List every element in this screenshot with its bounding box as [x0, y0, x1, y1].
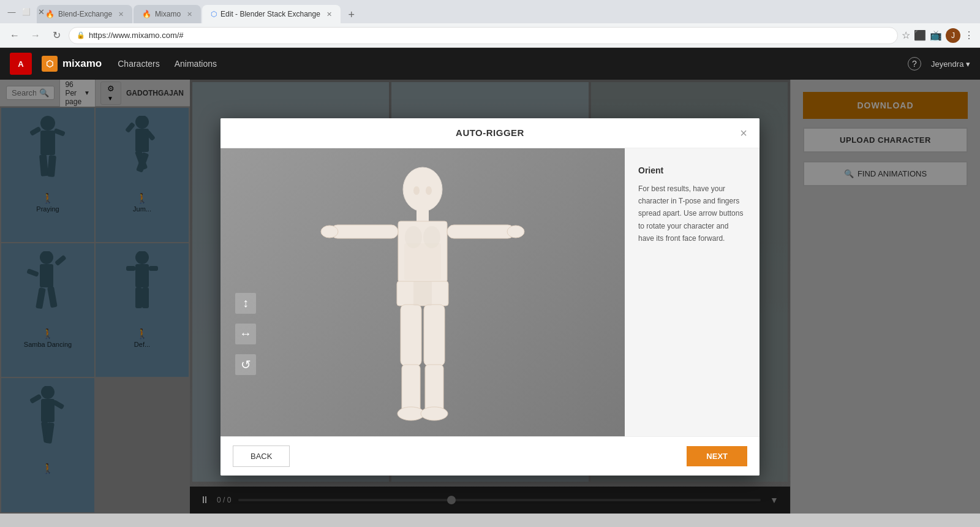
vertical-rotate-btn[interactable]: ↕	[235, 293, 256, 314]
extension-icon[interactable]: ⬛	[914, 29, 926, 41]
tab-close-icon[interactable]: ✕	[187, 10, 192, 18]
svg-rect-51	[424, 305, 445, 366]
cast-icon[interactable]: 📺	[930, 29, 942, 41]
new-tab-btn[interactable]: +	[343, 6, 360, 23]
tab-label: Mixamo	[155, 10, 181, 18]
lock-icon: 🔒	[77, 31, 85, 39]
svg-point-36	[403, 167, 442, 211]
back-btn[interactable]: BACK	[233, 445, 290, 467]
tab-blend-exchange[interactable]: 🔥 Blend-Exchange ✕	[37, 5, 132, 23]
adobe-logo: A	[10, 53, 32, 75]
tab-blender-stack[interactable]: ⬡ Edit - Blender Stack Exchange ✕	[202, 5, 341, 23]
svg-rect-48	[401, 305, 421, 366]
svg-point-38	[426, 186, 432, 195]
address-bar[interactable]: 🔒 https://www.mixamo.com/#	[69, 27, 898, 44]
orient-description: For best results, have your character in…	[638, 183, 746, 245]
svg-point-44	[321, 226, 338, 238]
svg-rect-49	[402, 365, 420, 414]
modal-body: ↕ ↔ ↺ Orient For best results, have your…	[221, 148, 760, 436]
tpose-character	[318, 164, 527, 421]
modal-3d-viewer: ↕ ↔ ↺	[221, 148, 625, 436]
tab-close-icon[interactable]: ✕	[326, 10, 332, 18]
tab-bar: — ⬜ ✕ 🔥 Blend-Exchange ✕ 🔥 Mixamo ✕ ⬡ Ed…	[0, 0, 980, 23]
modal-title: AUTO-RIGGER	[404, 127, 576, 138]
content-area: 🔍 96 Per page ▼ ⚙ ▼ GADOTHGAJAN	[0, 80, 980, 514]
svg-rect-55	[404, 243, 441, 280]
nav-animations[interactable]: Animations	[175, 59, 217, 69]
app-container: A ⬡ mixamo Characters Animations ? Jeyen…	[0, 48, 980, 514]
menu-icon[interactable]: ⋮	[964, 29, 974, 41]
svg-point-46	[507, 226, 524, 238]
tab-icon: ⬡	[211, 10, 217, 18]
modal-footer: BACK NEXT	[221, 436, 760, 476]
viewer-controls: ↕ ↔ ↺	[235, 293, 256, 375]
logo-hex-icon: ⬡	[42, 56, 58, 72]
minimize-btn[interactable]: —	[5, 5, 18, 18]
tab-icon: 🔥	[142, 10, 151, 18]
next-btn[interactable]: NEXT	[687, 446, 747, 466]
tab-close-icon[interactable]: ✕	[118, 10, 124, 18]
forward-nav-btn[interactable]: →	[27, 27, 44, 44]
svg-rect-54	[413, 281, 432, 306]
reload-nav-btn[interactable]: ↻	[48, 27, 65, 44]
tab-label: Edit - Blender Stack Exchange	[221, 10, 320, 18]
svg-rect-43	[331, 225, 398, 238]
svg-rect-52	[425, 365, 443, 414]
tab-mixamo[interactable]: 🔥 Mixamo ✕	[134, 5, 201, 23]
svg-point-37	[413, 186, 420, 195]
svg-rect-39	[417, 210, 429, 222]
header-user[interactable]: Jeyendra ▾	[931, 59, 970, 69]
close-btn[interactable]: ✕	[34, 5, 48, 18]
svg-point-50	[398, 407, 424, 420]
reset-btn[interactable]: ↺	[235, 354, 256, 375]
mixamo-header: A ⬡ mixamo Characters Animations ? Jeyen…	[0, 48, 980, 80]
tab-label: Blend-Exchange	[58, 10, 112, 18]
browser-address-bar-row: ← → ↻ 🔒 https://www.mixamo.com/# ☆ ⬛ 📺 J…	[0, 23, 980, 48]
logo-text: mixamo	[62, 58, 102, 70]
modal-sidebar: Orient For best results, have your chara…	[625, 148, 760, 436]
maximize-btn[interactable]: ⬜	[20, 5, 33, 18]
svg-point-53	[421, 407, 448, 420]
browser-chrome: — ⬜ ✕ 🔥 Blend-Exchange ✕ 🔥 Mixamo ✕ ⬡ Ed…	[0, 0, 980, 48]
profile-icon[interactable]: J	[946, 28, 960, 43]
url-text: https://www.mixamo.com/#	[89, 31, 184, 40]
back-nav-btn[interactable]: ←	[6, 27, 23, 44]
nav-characters[interactable]: Characters	[118, 59, 159, 69]
mixamo-logo: ⬡ mixamo	[42, 56, 102, 72]
svg-rect-45	[447, 225, 514, 238]
modal-header: AUTO-RIGGER ×	[221, 118, 760, 148]
horizontal-rotate-btn[interactable]: ↔	[235, 324, 256, 344]
header-help[interactable]: ?	[908, 57, 921, 70]
auto-rigger-modal: AUTO-RIGGER ×	[221, 118, 760, 476]
modal-overlay: AUTO-RIGGER ×	[0, 80, 980, 514]
bookmark-icon[interactable]: ☆	[902, 29, 910, 41]
header-nav: Characters Animations	[118, 59, 217, 69]
modal-close-btn[interactable]: ×	[740, 127, 747, 139]
orient-title: Orient	[638, 165, 746, 175]
